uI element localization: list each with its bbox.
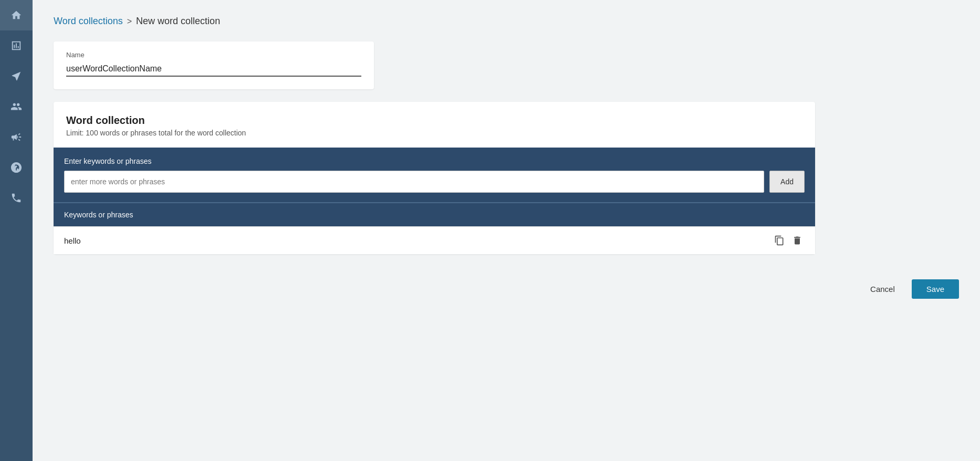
- keyword-input-row: Add: [64, 171, 805, 193]
- add-button[interactable]: Add: [769, 171, 805, 193]
- word-collection-subtitle: Limit: 100 words or phrases total for th…: [66, 129, 802, 137]
- sidebar-item-analytics[interactable]: [0, 30, 33, 61]
- word-collection-title: Word collection: [66, 114, 802, 127]
- keywords-table: Keywords or phrases hello: [54, 202, 815, 254]
- sidebar-item-home[interactable]: [0, 0, 33, 30]
- keyword-input-area: Enter keywords or phrases Add: [54, 148, 815, 202]
- sidebar-item-campaigns[interactable]: [0, 122, 33, 152]
- name-input[interactable]: [66, 62, 361, 77]
- breadcrumb-current: New word collection: [136, 16, 220, 27]
- table-cell-actions: [752, 227, 815, 254]
- sidebar-item-contacts[interactable]: [0, 91, 33, 122]
- sidebar-item-routing[interactable]: [0, 61, 33, 91]
- sidebar-item-support[interactable]: [0, 152, 33, 183]
- save-button[interactable]: Save: [912, 279, 959, 299]
- breadcrumb-link[interactable]: Word collections: [54, 16, 123, 27]
- name-card: Name: [54, 41, 374, 89]
- table-cell-keyword: hello: [54, 228, 752, 254]
- breadcrumb: Word collections > New word collection: [54, 16, 959, 27]
- breadcrumb-separator: >: [127, 17, 132, 26]
- delete-icon[interactable]: [792, 235, 802, 246]
- keyword-input-label: Enter keywords or phrases: [64, 157, 805, 165]
- name-label: Name: [66, 51, 361, 59]
- bottom-actions: Cancel Save: [54, 269, 959, 304]
- copy-icon[interactable]: [774, 235, 785, 246]
- keyword-text-input[interactable]: [64, 171, 764, 193]
- table-header-actions: [752, 203, 815, 226]
- table-row: hello: [54, 226, 815, 254]
- table-header-keywords: Keywords or phrases: [54, 203, 752, 226]
- sidebar-item-phone[interactable]: [0, 183, 33, 213]
- main-content: Word collections > New word collection N…: [33, 0, 980, 461]
- word-collection-card: Word collection Limit: 100 words or phra…: [54, 102, 815, 254]
- sidebar: [0, 0, 33, 461]
- cancel-button[interactable]: Cancel: [862, 280, 903, 298]
- table-header-row: Keywords or phrases: [54, 203, 815, 226]
